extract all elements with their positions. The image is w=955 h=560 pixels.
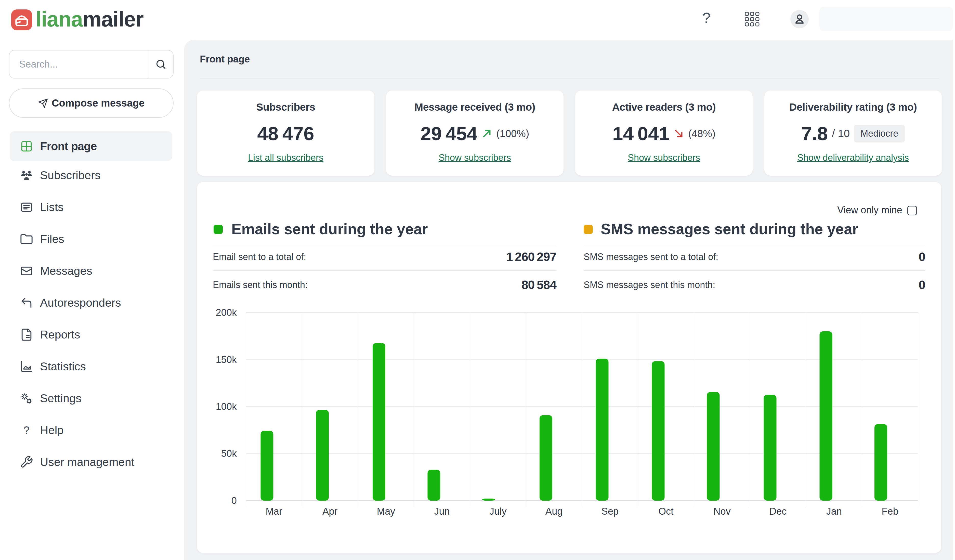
svg-text:May: May (377, 506, 395, 517)
svg-text:200k: 200k (216, 307, 237, 318)
svg-text:Mar: Mar (266, 506, 282, 517)
svg-text:Jun: Jun (434, 506, 449, 517)
svg-text:50k: 50k (221, 448, 237, 459)
svg-text:Nov: Nov (713, 506, 731, 517)
svg-text:Apr: Apr (323, 506, 337, 517)
svg-text:100k: 100k (216, 401, 237, 412)
svg-text:July: July (489, 506, 507, 517)
svg-text:Jan: Jan (826, 506, 842, 517)
svg-text:Aug: Aug (545, 506, 563, 517)
svg-text:150k: 150k (216, 354, 237, 365)
svg-text:Oct: Oct (659, 506, 674, 517)
svg-text:Feb: Feb (881, 506, 898, 517)
svg-text:Sep: Sep (601, 506, 619, 517)
svg-text:0: 0 (232, 495, 237, 506)
svg-text:Dec: Dec (769, 506, 787, 517)
